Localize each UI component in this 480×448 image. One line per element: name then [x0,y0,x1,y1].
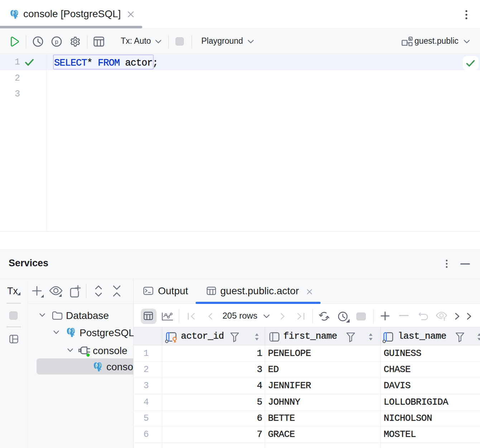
svg-text:p: p [55,38,58,45]
